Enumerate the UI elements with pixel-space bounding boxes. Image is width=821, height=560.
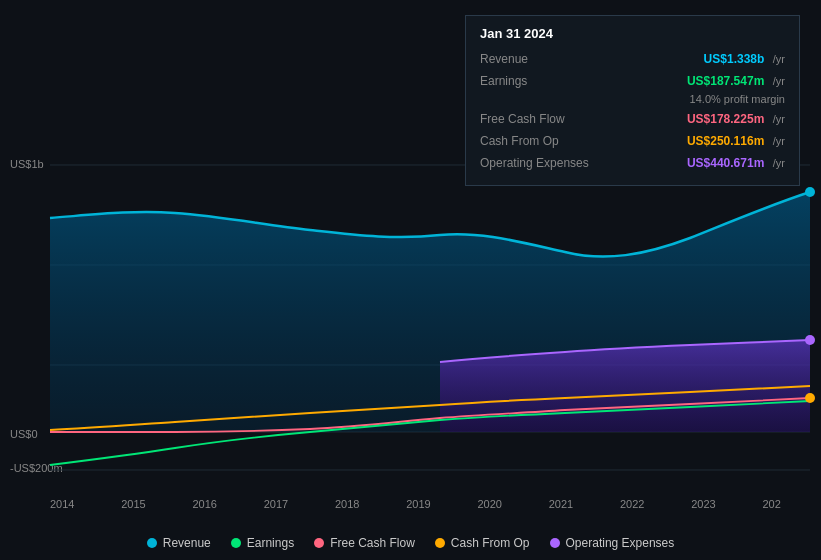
revenue-dot	[805, 187, 815, 197]
x-label-2020: 2020	[478, 498, 502, 510]
tooltip-cashop-period: /yr	[773, 135, 785, 147]
tooltip-opex-row: Operating Expenses US$440.671m /yr	[480, 153, 785, 171]
x-label-2023: 2023	[691, 498, 715, 510]
tooltip-cashop-label: Cash From Op	[480, 134, 610, 148]
tooltip-fcf-label: Free Cash Flow	[480, 112, 610, 126]
legend-fcf-label: Free Cash Flow	[330, 536, 415, 550]
tooltip-fcf-value: US$178.225m	[687, 112, 764, 126]
tooltip-fcf-period: /yr	[773, 113, 785, 125]
tooltip-opex-value: US$440.671m	[687, 156, 764, 170]
legend-revenue[interactable]: Revenue	[147, 536, 211, 550]
x-axis-labels: 2014 2015 2016 2017 2018 2019 2020 2021 …	[0, 498, 821, 510]
x-label-2021: 2021	[549, 498, 573, 510]
tooltip-opex-label: Operating Expenses	[480, 156, 610, 170]
legend-earnings-dot	[231, 538, 241, 548]
tooltip-earnings-value: US$187.547m	[687, 74, 764, 88]
legend-fcf[interactable]: Free Cash Flow	[314, 536, 415, 550]
tooltip-opex-period: /yr	[773, 157, 785, 169]
legend-opex[interactable]: Operating Expenses	[550, 536, 675, 550]
tooltip-cashop-value: US$250.116m	[687, 134, 764, 148]
legend-fcf-dot	[314, 538, 324, 548]
legend-earnings-label: Earnings	[247, 536, 294, 550]
x-label-2016: 2016	[193, 498, 217, 510]
tooltip-profit-margin: 14.0% profit margin	[690, 93, 785, 105]
opex-dot	[805, 335, 815, 345]
x-label-2022: 2022	[620, 498, 644, 510]
legend-cashop-dot	[435, 538, 445, 548]
x-label-2017: 2017	[264, 498, 288, 510]
tooltip-cashop-row: Cash From Op US$250.116m /yr	[480, 131, 785, 149]
tooltip-earnings-row: Earnings US$187.547m /yr	[480, 71, 785, 89]
x-label-2015: 2015	[121, 498, 145, 510]
legend-opex-dot	[550, 538, 560, 548]
tooltip-fcf-row: Free Cash Flow US$178.225m /yr	[480, 109, 785, 127]
cashop-dot	[805, 393, 815, 403]
tooltip-revenue-value: US$1.338b	[704, 52, 765, 66]
tooltip-earnings-period: /yr	[773, 75, 785, 87]
tooltip-date: Jan 31 2024	[480, 26, 785, 41]
x-label-2024: 202	[763, 498, 781, 510]
legend-earnings[interactable]: Earnings	[231, 536, 294, 550]
tooltip-earnings-label: Earnings	[480, 74, 610, 88]
x-label-2014: 2014	[50, 498, 74, 510]
tooltip-revenue-period: /yr	[773, 53, 785, 65]
tooltip-profit-row: 14.0% profit margin	[480, 93, 785, 105]
chart-legend: Revenue Earnings Free Cash Flow Cash Fro…	[0, 536, 821, 550]
tooltip-revenue-row: Revenue US$1.338b /yr	[480, 49, 785, 67]
legend-revenue-label: Revenue	[163, 536, 211, 550]
legend-revenue-dot	[147, 538, 157, 548]
tooltip-revenue-label: Revenue	[480, 52, 610, 66]
legend-cashop[interactable]: Cash From Op	[435, 536, 530, 550]
legend-cashop-label: Cash From Op	[451, 536, 530, 550]
data-tooltip: Jan 31 2024 Revenue US$1.338b /yr Earnin…	[465, 15, 800, 186]
x-label-2018: 2018	[335, 498, 359, 510]
legend-opex-label: Operating Expenses	[566, 536, 675, 550]
x-label-2019: 2019	[406, 498, 430, 510]
